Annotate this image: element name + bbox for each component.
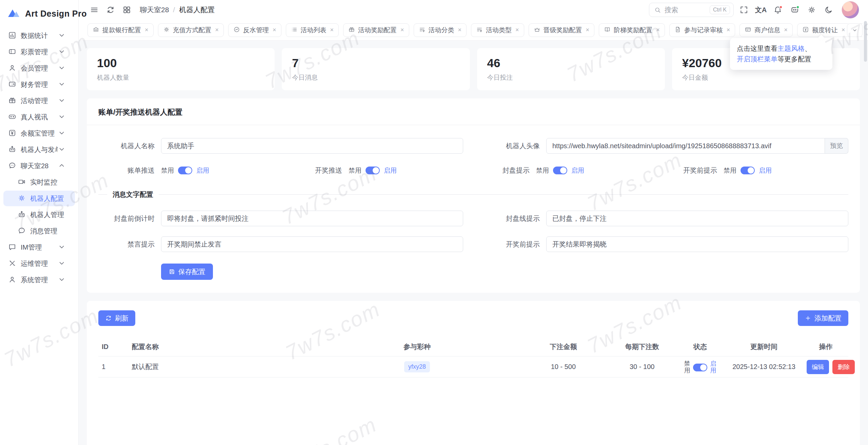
tab-chip[interactable]: 活动奖励配置 × [343, 23, 409, 37]
tab-label: 反水管理 [243, 26, 269, 35]
tab-chip[interactable]: 晋级奖励配置 × [529, 23, 595, 37]
table-header-cell: 操作 [803, 340, 848, 354]
chat-assistant-button[interactable] [788, 3, 802, 17]
sidebar-item[interactable]: 机器人与发单 [3, 142, 75, 157]
language-button[interactable]: 文A [754, 3, 768, 17]
tab-close-icon[interactable]: × [400, 26, 404, 34]
tab-chip[interactable]: 活动列表 × [286, 23, 339, 37]
add-config-button[interactable]: 添加配置 [798, 310, 848, 326]
tab-close-icon[interactable]: × [727, 26, 730, 34]
settings-tooltip: 点击这里查看主题风格、 开启顶栏菜单等更多配置 [730, 38, 832, 70]
search-input[interactable] [665, 6, 706, 14]
table-body: 1 默认配置 yfxy28 10 - 500 30 - 100 禁用 启用 [98, 356, 848, 378]
apps-grid-button[interactable] [120, 3, 134, 17]
tab-chip[interactable]: 提款银行配置 × [87, 23, 154, 37]
toggle-switch[interactable] [741, 167, 755, 174]
sidebar-item[interactable]: 彩票管理 [3, 44, 75, 60]
cell-config-name: 默认配置 [128, 360, 316, 374]
toggle-switch[interactable] [178, 167, 192, 174]
tab-chip[interactable]: 参与记录审核 × [669, 23, 735, 37]
row-toggle-switch[interactable] [693, 364, 707, 371]
delete-button[interactable]: 删除 [832, 360, 855, 374]
tab-close-icon[interactable]: × [784, 26, 788, 34]
toggle-switch[interactable] [553, 167, 567, 174]
sidebar-item[interactable]: 真人视讯 [3, 109, 75, 125]
sidebar-item-label: 系统管理 [21, 275, 58, 285]
field-input[interactable] [546, 236, 848, 252]
tab-close-icon[interactable]: × [586, 26, 590, 34]
field-input[interactable] [161, 211, 463, 226]
tab-close-icon[interactable]: × [842, 26, 845, 34]
tabs-overflow-button[interactable] [847, 23, 863, 37]
tab-chip[interactable]: 商户信息 × [739, 23, 793, 37]
sidebar-item[interactable]: 机器人配置 [3, 191, 75, 206]
sidebar-item[interactable]: 活动管理 [3, 93, 75, 109]
switch-off-text: 禁用 [536, 166, 549, 175]
tab-label: 活动分类 [429, 26, 454, 35]
tab-close-icon[interactable]: × [458, 26, 462, 34]
user-avatar[interactable] [842, 1, 859, 19]
sidebar-item[interactable]: 运维管理 [3, 256, 75, 271]
lottery-tag: yfxy28 [404, 361, 430, 372]
sidebar-item[interactable]: 会员管理 [3, 60, 75, 76]
tab-chip[interactable]: 额度转让 × [797, 23, 850, 37]
refresh-button[interactable]: 刷新 [98, 310, 135, 326]
notifications-button[interactable] [771, 3, 785, 17]
status-on-text: 启用 [710, 361, 716, 374]
tab-chip[interactable]: 充值方式配置 × [158, 23, 224, 37]
preview-button[interactable]: 预览 [825, 138, 848, 154]
tab-label: 晋级奖励配置 [544, 26, 582, 35]
sidebar-item[interactable]: 实时监控 [3, 174, 75, 190]
status-off-text: 禁用 [684, 361, 690, 374]
switch-label: 账单推送 [98, 166, 161, 175]
sidebar-item[interactable]: 系统管理 [3, 272, 75, 288]
field-input[interactable] [546, 211, 848, 226]
breadcrumb-parent[interactable]: 聊天室28 [140, 5, 169, 15]
sidebar-item[interactable]: 余额宝管理 [3, 125, 75, 141]
tab-close-icon[interactable]: × [656, 26, 660, 34]
tab-close-icon[interactable]: × [273, 26, 276, 34]
section-divider: 消息文字配置 [98, 190, 848, 199]
sidebar-item-icon [8, 259, 21, 268]
tab-chip[interactable]: 反水管理 × [228, 23, 281, 37]
sidebar-item-label: 机器人配置 [30, 194, 70, 203]
fullscreen-button[interactable] [737, 3, 751, 17]
global-search[interactable]: Ctrl K [649, 3, 734, 17]
tab-chip[interactable]: 阶梯奖励配置 × [599, 23, 665, 37]
tooltip-link-theme[interactable]: 主题风格 [777, 45, 805, 52]
sidebar-item[interactable]: 数据统计 [3, 28, 75, 43]
tab-close-icon[interactable]: × [215, 26, 219, 34]
tab-close-icon[interactable]: × [515, 26, 519, 34]
sidebar-item-icon [8, 47, 21, 56]
sidebar-item[interactable]: 机器人管理 [3, 207, 75, 222]
toggle-switch[interactable] [366, 167, 380, 174]
field-input[interactable] [161, 138, 463, 154]
robot-config-panel: 账单/开奖推送机器人配置 机器人名称 [87, 98, 860, 293]
sidebar-item[interactable]: IM管理 [3, 239, 75, 255]
switch-field: 账单推送 禁用 启用 [98, 166, 286, 175]
sidebar-item[interactable]: 消息管理 [3, 223, 75, 239]
tab-chip[interactable]: 活动分类 × [414, 23, 467, 37]
collapse-menu-button[interactable] [87, 3, 101, 17]
sidebar-item[interactable]: 聊天室28 [3, 158, 75, 174]
vertical-scrollbar-thumb[interactable] [864, 21, 867, 62]
chevron-icon [58, 96, 70, 105]
dark-mode-button[interactable] [822, 3, 835, 17]
table-toolbar: 刷新 添加配置 [98, 310, 848, 326]
field-input[interactable] [161, 236, 463, 252]
tab-close-icon[interactable]: × [330, 26, 334, 34]
plus-icon [805, 315, 811, 322]
edit-button[interactable]: 编辑 [807, 360, 829, 374]
table-header-cell: ID [98, 340, 128, 353]
reload-page-button[interactable] [104, 3, 117, 17]
tooltip-link-topmenu[interactable]: 开启顶栏菜单 [737, 55, 777, 63]
settings-button[interactable] [805, 3, 818, 17]
tab-chip[interactable]: 活动类型 × [471, 23, 524, 37]
sidebar-item[interactable]: 财务管理 [3, 77, 75, 92]
save-config-button[interactable]: 保存配置 [161, 264, 213, 280]
refresh-icon [105, 315, 112, 322]
tab-close-icon[interactable]: × [145, 26, 149, 34]
open-tabs: 提款银行配置 × 充值方式配置 × 反水管理 × [87, 23, 863, 37]
panel-title: 账单/开奖推送机器人配置 [98, 107, 848, 117]
field-input[interactable] [546, 138, 825, 154]
